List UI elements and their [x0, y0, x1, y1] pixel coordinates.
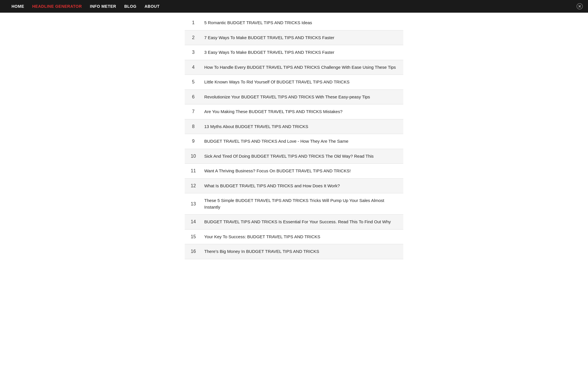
table-row[interactable]: 5Little Known Ways To Rid Yourself Of BU… — [185, 75, 403, 90]
headline-text[interactable]: There's Big Money In BUDGET TRAVEL TIPS … — [202, 244, 403, 259]
headline-text[interactable]: Little Known Ways To Rid Yourself Of BUD… — [202, 75, 403, 90]
row-number: 7 — [185, 104, 202, 119]
table-row[interactable]: 12What Is BUDGET TRAVEL TIPS AND TRICKS … — [185, 178, 403, 193]
row-number: 1 — [185, 16, 202, 30]
table-row[interactable]: 15Your Key To Success: BUDGET TRAVEL TIP… — [185, 229, 403, 244]
nav-home[interactable]: HOME — [12, 4, 24, 9]
table-row[interactable]: 33 Easy Ways To Make BUDGET TRAVEL TIPS … — [185, 45, 403, 60]
headline-text[interactable]: How To Handle Every BUDGET TRAVEL TIPS A… — [202, 60, 403, 75]
nav-blog[interactable]: BLOG — [124, 4, 136, 9]
row-number: 15 — [185, 229, 202, 244]
table-row[interactable]: 11Want A Thriving Business? Focus On BUD… — [185, 164, 403, 179]
headline-text[interactable]: Sick And Tired Of Doing BUDGET TRAVEL TI… — [202, 149, 403, 164]
headline-text[interactable]: Want A Thriving Business? Focus On BUDGE… — [202, 164, 403, 179]
row-number: 14 — [185, 215, 202, 230]
table-row[interactable]: 27 Easy Ways To Make BUDGET TRAVEL TIPS … — [185, 30, 403, 45]
headline-text[interactable]: Are You Making These BUDGET TRAVEL TIPS … — [202, 104, 403, 119]
headline-text[interactable]: 3 Easy Ways To Make BUDGET TRAVEL TIPS A… — [202, 45, 403, 60]
row-number: 3 — [185, 45, 202, 60]
nav-headline-generator[interactable]: HEADLINE GENERATOR — [32, 4, 82, 9]
table-row[interactable]: 15 Romantic BUDGET TRAVEL TIPS AND TRICK… — [185, 16, 403, 30]
row-number: 5 — [185, 75, 202, 90]
nav-about[interactable]: ABOUT — [144, 4, 159, 9]
row-number: 8 — [185, 119, 202, 134]
table-row[interactable]: 7Are You Making These BUDGET TRAVEL TIPS… — [185, 104, 403, 119]
row-number: 11 — [185, 164, 202, 179]
headline-text[interactable]: These 5 Simple BUDGET TRAVEL TIPS AND TR… — [202, 193, 403, 215]
row-number: 10 — [185, 149, 202, 164]
table-row[interactable]: 13These 5 Simple BUDGET TRAVEL TIPS AND … — [185, 193, 403, 215]
table-row[interactable]: 6Revolutionize Your BUDGET TRAVEL TIPS A… — [185, 89, 403, 104]
table-row[interactable]: 813 Myths About BUDGET TRAVEL TIPS AND T… — [185, 119, 403, 134]
close-icon[interactable] — [576, 3, 583, 9]
table-row[interactable]: 9BUDGET TRAVEL TIPS AND TRICKS And Love … — [185, 134, 403, 149]
headline-text[interactable]: BUDGET TRAVEL TIPS AND TRICKS And Love -… — [202, 134, 403, 149]
row-number: 6 — [185, 89, 202, 104]
headline-text[interactable]: Your Key To Success: BUDGET TRAVEL TIPS … — [202, 229, 403, 244]
table-row[interactable]: 14BUDGET TRAVEL TIPS AND TRICKS Is Essen… — [185, 215, 403, 230]
nav-info-meter[interactable]: INFO METER — [90, 4, 116, 9]
headline-text[interactable]: Revolutionize Your BUDGET TRAVEL TIPS AN… — [202, 89, 403, 104]
row-number: 13 — [185, 193, 202, 215]
headline-text[interactable]: What Is BUDGET TRAVEL TIPS AND TRICKS an… — [202, 178, 403, 193]
row-number: 4 — [185, 60, 202, 75]
navbar: HOME HEADLINE GENERATOR INFO METER BLOG … — [0, 0, 588, 13]
row-number: 9 — [185, 134, 202, 149]
headline-text[interactable]: 13 Myths About BUDGET TRAVEL TIPS AND TR… — [202, 119, 403, 134]
headlines-table: 15 Romantic BUDGET TRAVEL TIPS AND TRICK… — [185, 16, 403, 259]
headline-text[interactable]: 7 Easy Ways To Make BUDGET TRAVEL TIPS A… — [202, 30, 403, 45]
row-number: 12 — [185, 178, 202, 193]
main-container: 15 Romantic BUDGET TRAVEL TIPS AND TRICK… — [185, 13, 403, 271]
row-number: 16 — [185, 244, 202, 259]
headline-text[interactable]: BUDGET TRAVEL TIPS AND TRICKS Is Essenti… — [202, 215, 403, 230]
table-row[interactable]: 16There's Big Money In BUDGET TRAVEL TIP… — [185, 244, 403, 259]
row-number: 2 — [185, 30, 202, 45]
table-row[interactable]: 10Sick And Tired Of Doing BUDGET TRAVEL … — [185, 149, 403, 164]
headline-text[interactable]: 5 Romantic BUDGET TRAVEL TIPS AND TRICKS… — [202, 16, 403, 30]
table-row[interactable]: 4How To Handle Every BUDGET TRAVEL TIPS … — [185, 60, 403, 75]
